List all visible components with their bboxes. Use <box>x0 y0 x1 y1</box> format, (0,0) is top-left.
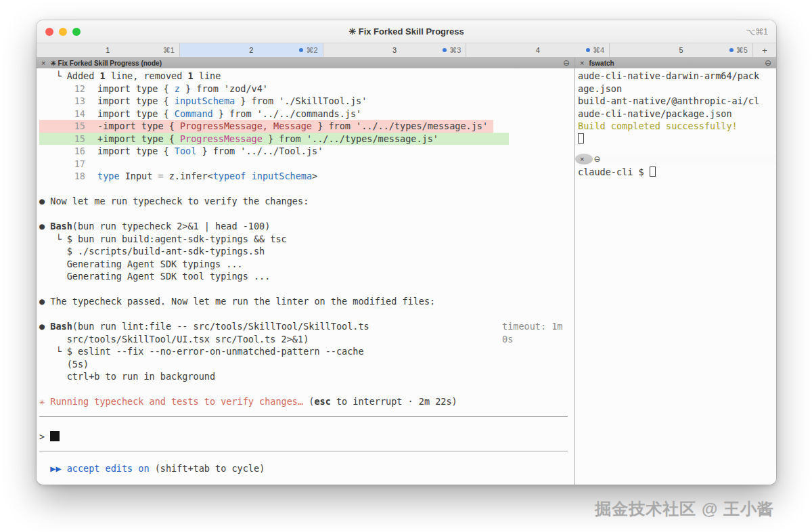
text-segment: ● <box>39 221 50 231</box>
tab-shortcut: ⌘3 <box>443 46 461 55</box>
text-segment: +import type { <box>97 133 180 144</box>
text-segment: z <box>175 83 180 94</box>
text-segment: └ $ eslint --fix --no-error-on-unmatched… <box>39 346 364 357</box>
zoom-window-button[interactable] <box>72 28 81 36</box>
text-segment: './SkillTool.js' <box>279 95 367 106</box>
tab-1[interactable]: 1 ⌘1 <box>37 43 180 57</box>
terminal-line: ctrl+b to run in background <box>39 370 572 383</box>
desktop: ✳ Fix Forked Skill Progress ⌥⌘1 1 ⌘1 2 ⌘… <box>0 0 812 532</box>
claude-session-terminal[interactable]: └ Added 1 line, removed 1 line12import t… <box>37 68 574 485</box>
pane-main: × ✳ Fix Forked Skill Progress (node) ⊖ └… <box>37 58 575 485</box>
tab-4[interactable]: 4 ⌘4 <box>466 43 610 57</box>
close-pane-icon[interactable]: × <box>580 59 584 67</box>
terminal-cursor <box>578 133 584 143</box>
text-segment: line, removed <box>106 70 188 81</box>
text-segment: build-ant-native/@anthropic-ai/cl <box>578 95 759 106</box>
text-segment: Bash <box>50 321 72 332</box>
text-segment: 1 <box>187 70 193 81</box>
text-segment: age.json <box>578 83 622 94</box>
separator-rule <box>39 451 568 461</box>
right-aligned-meta: timeout: 1m <box>502 320 562 333</box>
tab-number: 5 <box>679 46 683 54</box>
pane-menu-icon[interactable]: ⊖ <box>765 58 771 68</box>
watermark: 掘金技术社区 @ 王小酱 <box>595 498 774 520</box>
window-content: × ✳ Fix Forked Skill Progress (node) ⊖ └… <box>37 58 776 485</box>
minimize-window-button[interactable] <box>59 28 67 36</box>
pane-header-main[interactable]: × ✳ Fix Forked Skill Progress (node) ⊖ <box>37 58 574 68</box>
text-segment: aude-cli-native-darwin-arm64/pack <box>578 70 759 81</box>
text-segment: (shift+tab to cycle) <box>155 463 265 474</box>
tab-2[interactable]: 2 ⌘2 <box>180 43 323 57</box>
text-segment: import type { <box>97 95 175 106</box>
pane-header-fswatch[interactable]: × fswatch ⊖ <box>575 58 776 68</box>
terminal-line: 17 <box>39 158 572 171</box>
tab-shortcut: ⌘5 <box>729 46 748 55</box>
activity-dot-icon <box>729 48 734 52</box>
text-segment: typeof <box>213 171 246 181</box>
text-segment: Input <box>120 171 158 181</box>
text-segment: Command <box>175 108 213 119</box>
tab-5[interactable]: 5 ⌘5 <box>610 43 753 57</box>
terminal-line <box>578 133 773 146</box>
terminal-line: build-ant-native/@anthropic-ai/cl <box>578 95 773 108</box>
tab-shortcut: ⌘2 <box>299 46 317 55</box>
terminal-line: (5s) <box>39 358 572 371</box>
text-segment <box>246 171 252 181</box>
terminal-line: └ $ bun run build:agent-sdk-typings && t… <box>39 233 572 246</box>
terminal-line: ▶▶ accept edits on (shift+tab to cycle) <box>39 462 572 475</box>
terminal-line: > <box>39 430 572 443</box>
tab-3[interactable]: 3 ⌘3 <box>323 43 467 57</box>
tab-number: 4 <box>536 46 540 54</box>
text-segment: esc <box>314 396 330 407</box>
text-segment: > <box>39 431 50 442</box>
text-segment: aude-cli-native/package.json <box>578 108 732 119</box>
line-number: 16 <box>39 145 85 158</box>
text-segment: ProgressMessage <box>180 133 263 144</box>
tab-number: 2 <box>249 46 253 54</box>
window-shortcut-hint: ⌥⌘1 <box>746 27 768 37</box>
window-title: ✳ Fix Forked Skill Progress <box>37 26 776 37</box>
terminal-line <box>39 308 572 321</box>
pane-menu-icon[interactable]: ⊖ <box>593 154 600 164</box>
math-problem-terminal[interactable]: claude-cli $ <box>575 164 776 485</box>
terminal-cursor <box>650 167 656 177</box>
text-segment: 'zod/v4' <box>224 83 268 94</box>
tab-shortcut: ⌘1 <box>163 46 175 55</box>
text-segment: (bun run typecheck 2>&1 | head -100) <box>72 221 271 231</box>
terminal-line <box>39 283 572 296</box>
terminal-line: $ ./scripts/build-ant-sdk-typings.sh <box>39 245 572 258</box>
terminal-line: 15-import type { ProgressMessage, Messag… <box>39 120 572 133</box>
text-segment: inputSchema <box>252 171 312 181</box>
text-segment: └ $ bun run build:agent-sdk-typings && t… <box>39 234 287 244</box>
pane-title: ✳ Fix Forked Skill Progress (node) <box>50 60 162 67</box>
terminal-line <box>39 383 572 396</box>
text-segment: 1 <box>99 70 105 81</box>
terminal-line: src/tools/SkillTool/UI.tsx src/Tool.ts 2… <box>39 333 572 346</box>
close-pane-icon[interactable]: × <box>41 59 45 67</box>
text-segment: src/tools/SkillTool/UI.tsx src/Tool.ts 2… <box>39 334 309 345</box>
terminal-line: └ Added 1 line, removed 1 line <box>39 70 572 83</box>
pane-header-math[interactable]: × ✳ Math Problem (-zsh) ⊖ <box>575 154 593 164</box>
close-window-button[interactable] <box>45 28 53 36</box>
terminal-line: 12import type { z } from 'zod/v4' <box>39 83 572 95</box>
text-segment: } from <box>180 83 224 94</box>
text-segment: (bun run lint:file -- src/tools/SkillToo… <box>72 321 369 332</box>
fswatch-terminal[interactable]: aude-cli-native-darwin-arm64/package.jso… <box>575 68 776 154</box>
text-segment: Generating Agent SDK typings ... <box>39 259 243 269</box>
tab-number: 3 <box>392 46 397 54</box>
close-pane-icon[interactable]: × <box>580 155 584 163</box>
pane-menu-icon[interactable]: ⊖ <box>563 58 570 68</box>
text-segment: '../../Tool.js' <box>240 146 323 156</box>
window-titlebar[interactable]: ✳ Fix Forked Skill Progress ⌥⌘1 <box>37 20 776 43</box>
terminal-line <box>39 183 572 196</box>
terminal-line: aude-cli-native/package.json <box>578 108 773 120</box>
pane-right-column: × fswatch ⊖ aude-cli-native-darwin-arm64… <box>575 58 776 485</box>
line-number: 13 <box>39 95 85 108</box>
text-segment: Build completed successfully! <box>578 120 738 131</box>
tab-bar: 1 ⌘1 2 ⌘2 3 ⌘3 4 ⌘4 5 ⌘5 + <box>37 43 776 58</box>
new-tab-button[interactable]: + <box>753 43 776 57</box>
terminal-line: Generating Agent SDK tool typings ... <box>39 270 572 283</box>
terminal-line: └ $ eslint --fix --no-error-on-unmatched… <box>39 345 572 358</box>
text-segment: ● The typecheck passed. Now let me run t… <box>39 296 435 307</box>
line-number: 14 <box>39 108 85 120</box>
